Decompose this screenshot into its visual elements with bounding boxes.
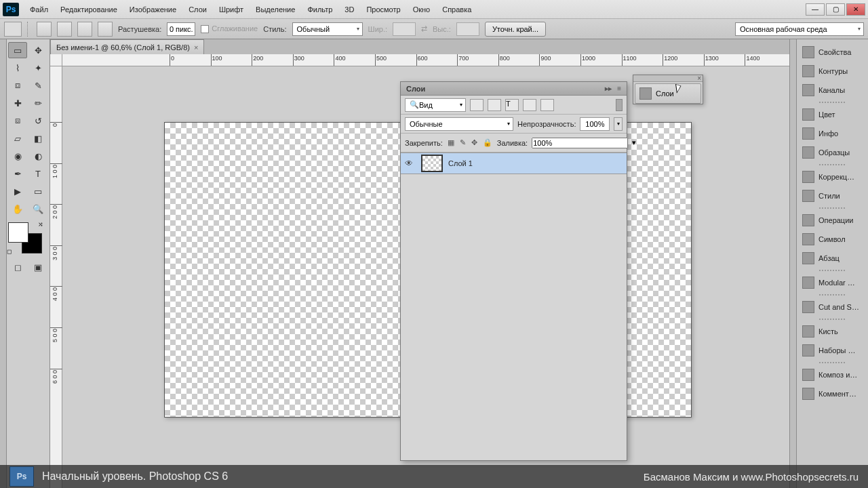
side-panel-инфо[interactable]: Инфо (800, 125, 865, 142)
selection-intersect-icon[interactable] (98, 22, 113, 37)
screenmode-icon[interactable]: ▣ (28, 259, 47, 275)
lock-position-icon[interactable]: ✥ (471, 138, 478, 148)
eraser-tool-icon[interactable]: ▱ (8, 130, 27, 146)
side-panel-абзац[interactable]: Абзац (800, 249, 865, 267)
selection-add-icon[interactable] (57, 22, 72, 37)
side-panel-стили[interactable]: Стили (800, 187, 865, 205)
document-tab[interactable]: Без имени-1 @ 60,6% (Слой 1, RGB/8) × (50, 39, 204, 54)
quickmask-icon[interactable]: ◻ (8, 259, 27, 275)
lock-pixels-icon[interactable]: ✎ (459, 138, 467, 148)
panel-menu-icon[interactable]: ≡ (617, 85, 621, 92)
menu-type[interactable]: Шрифт (214, 3, 249, 16)
side-panel-коррекц…[interactable]: Коррекц… (800, 168, 865, 186)
swap-colors-icon[interactable]: ⤭ (38, 221, 43, 228)
filter-pixel-icon[interactable] (470, 99, 484, 111)
visibility-icon[interactable]: 👁 (405, 159, 416, 168)
filter-adjust-icon[interactable] (488, 99, 501, 111)
path-select-tool-icon[interactable]: ▶ (8, 183, 27, 199)
side-panel-цвет[interactable]: Цвет (800, 106, 865, 123)
menu-view[interactable]: Просмотр (361, 3, 406, 16)
left-collapse-handle[interactable] (0, 39, 7, 488)
minimize-button[interactable]: — (806, 3, 825, 16)
close-button[interactable]: ✕ (846, 3, 865, 16)
workspace-select[interactable]: Основная рабочая среда (735, 22, 864, 36)
side-panel-контуры[interactable]: Контуры (800, 62, 865, 80)
ruler-vertical[interactable]: 01 0 02 0 03 0 04 0 05 0 06 0 0 (50, 66, 62, 488)
stamp-tool-icon[interactable]: ⧇ (8, 113, 27, 129)
current-tool-icon[interactable] (4, 22, 22, 37)
layers-panel-header[interactable]: Слои ▸▸ ≡ (401, 82, 627, 96)
menu-layer[interactable]: Слои (183, 3, 212, 16)
dock-close-icon[interactable]: × (697, 75, 701, 82)
right-collapse-handle[interactable] (789, 39, 796, 488)
filter-type-icon[interactable]: T (505, 99, 519, 111)
selection-subtract-icon[interactable] (77, 22, 92, 37)
fill-dropdown-icon[interactable]: ▾ (632, 138, 636, 147)
refine-edge-button[interactable]: Уточн. край... (485, 22, 546, 37)
document-tab-close-icon[interactable]: × (194, 43, 198, 52)
foreground-color-swatch[interactable] (8, 222, 28, 243)
menu-filter[interactable]: Фильтр (302, 3, 338, 16)
blend-mode-select[interactable]: Обычные (405, 117, 513, 131)
side-panel-каналы[interactable]: Каналы (800, 81, 865, 99)
panel-collapse-icon[interactable]: ▸▸ (605, 85, 612, 92)
layers-panel[interactable]: Слои ▸▸ ≡ 🔍 Вид T Обычные Непрозрачность… (400, 81, 627, 461)
gradient-tool-icon[interactable]: ◧ (28, 130, 47, 146)
lock-all-icon[interactable]: 🔒 (482, 138, 493, 148)
marquee-tool-icon[interactable]: ▭ (8, 42, 27, 58)
side-panel-наборы …[interactable]: Наборы … (800, 342, 865, 359)
lasso-tool-icon[interactable]: ⌇ (8, 60, 27, 76)
color-swatches[interactable]: ⤭ ◻ (8, 222, 42, 253)
selection-new-icon[interactable] (37, 22, 52, 37)
side-panel-символ[interactable]: Символ (800, 230, 865, 248)
side-panel-свойства[interactable]: Свойства (800, 43, 865, 61)
menu-window[interactable]: Окно (408, 3, 436, 16)
dock-grip[interactable]: × (633, 75, 703, 82)
healing-tool-icon[interactable]: ✚ (8, 95, 27, 111)
menu-file[interactable]: Файл (24, 3, 54, 16)
layer-name[interactable]: Слой 1 (448, 159, 473, 167)
lock-transparency-icon[interactable]: ▦ (447, 138, 455, 148)
side-panel-modular …[interactable]: Modular … (800, 274, 865, 291)
history-brush-tool-icon[interactable]: ↺ (28, 113, 47, 129)
feather-input[interactable] (167, 22, 195, 36)
blur-tool-icon[interactable]: ◉ (8, 148, 27, 164)
move-tool-icon[interactable]: ✥ (28, 42, 47, 58)
side-panel-cut and s…[interactable]: Cut and S… (800, 298, 865, 316)
eyedropper-tool-icon[interactable]: ✎ (28, 77, 47, 94)
default-colors-icon[interactable]: ◻ (7, 248, 12, 255)
opacity-input[interactable] (580, 117, 610, 131)
maximize-button[interactable]: ▢ (826, 3, 845, 16)
zoom-tool-icon[interactable]: 🔍 (28, 201, 47, 217)
ruler-horizontal[interactable]: 1002003004005006007008009001000110012001… (62, 54, 789, 66)
pen-tool-icon[interactable]: ✒ (8, 165, 27, 182)
side-panel-образцы[interactable]: Образцы (800, 144, 865, 161)
layer-thumbnail[interactable] (421, 155, 443, 172)
style-select[interactable]: Обычный (292, 22, 363, 36)
fill-input[interactable] (532, 138, 628, 148)
filter-shape-icon[interactable] (523, 99, 536, 111)
menu-edit[interactable]: Редактирование (55, 3, 123, 16)
opacity-dropdown-icon[interactable]: ▾ (614, 117, 623, 131)
filter-toggle-switch[interactable] (616, 99, 623, 111)
hand-tool-icon[interactable]: ✋ (8, 201, 27, 217)
magic-wand-tool-icon[interactable]: ✦ (28, 60, 47, 76)
type-tool-icon[interactable]: T (28, 165, 47, 182)
menu-3d[interactable]: 3D (339, 3, 359, 16)
layer-row[interactable]: 👁 Слой 1 (401, 152, 627, 174)
filter-smart-icon[interactable] (540, 99, 554, 111)
side-panel-кисть[interactable]: Кисть (800, 323, 865, 340)
side-panel-композ и…[interactable]: Композ и… (800, 366, 865, 384)
dock-layers-item[interactable]: Слои (635, 83, 701, 104)
layer-filter-select[interactable]: 🔍 Вид (405, 98, 466, 112)
brush-tool-icon[interactable]: ✏ (28, 95, 47, 111)
shape-tool-icon[interactable]: ▭ (28, 183, 47, 199)
menu-select[interactable]: Выделение (250, 3, 300, 16)
menu-image[interactable]: Изображение (124, 3, 182, 16)
crop-tool-icon[interactable]: ⧈ (8, 77, 27, 94)
dodge-tool-icon[interactable]: ◐ (28, 148, 47, 164)
menu-help[interactable]: Справка (437, 3, 477, 16)
collapsed-layers-dock[interactable]: × Слои (633, 75, 703, 104)
side-panel-коммент…[interactable]: Коммент… (800, 385, 865, 403)
side-panel-операции[interactable]: Операции (800, 211, 865, 229)
